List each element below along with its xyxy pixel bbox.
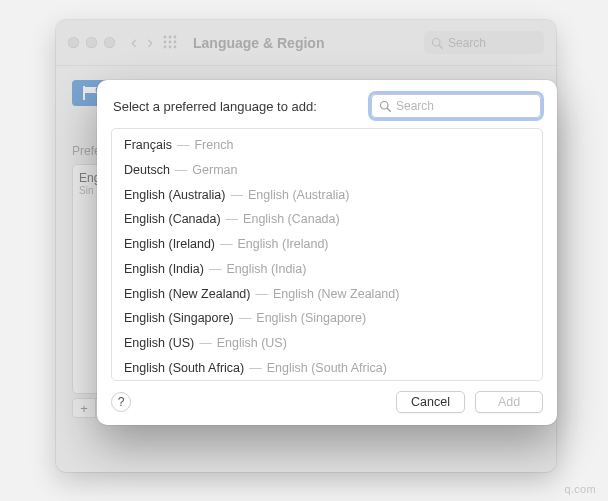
svg-point-0	[164, 35, 167, 38]
language-english: English (Canada)	[243, 212, 340, 226]
language-english: German	[192, 163, 237, 177]
cancel-button[interactable]: Cancel	[396, 391, 465, 413]
window-title: Language & Region	[193, 35, 324, 51]
language-native: English (India)	[124, 262, 204, 276]
svg-point-5	[174, 40, 177, 43]
search-icon	[431, 37, 443, 49]
search-icon	[379, 100, 391, 112]
language-row[interactable]: English (Australia)—English (Australia)	[112, 183, 542, 208]
language-list[interactable]: Français—FrenchDeutsch—GermanEnglish (Au…	[111, 128, 543, 381]
sheet-search[interactable]	[371, 94, 541, 118]
language-row[interactable]: English (US)—English (US)	[112, 331, 542, 356]
dash: —	[255, 287, 268, 301]
svg-point-3	[164, 40, 167, 43]
dash: —	[177, 138, 190, 152]
language-english: English (Singapore)	[256, 311, 366, 325]
window-controls	[68, 37, 115, 48]
language-native: English (South Africa)	[124, 361, 244, 375]
close-dot[interactable]	[68, 37, 79, 48]
add-language-sheet: Select a preferred language to add: Fran…	[97, 80, 557, 425]
watermark: q.com	[565, 483, 596, 495]
svg-point-7	[169, 45, 172, 48]
add-button[interactable]: Add	[475, 391, 543, 413]
language-english: English (Ireland)	[238, 237, 329, 251]
language-native: English (Australia)	[124, 188, 225, 202]
language-native: English (Ireland)	[124, 237, 215, 251]
svg-point-2	[174, 35, 177, 38]
nav-arrows: ‹ ›	[131, 32, 153, 53]
toolbar-search-placeholder: Search	[448, 36, 486, 50]
language-native: English (US)	[124, 336, 194, 350]
language-english: French	[194, 138, 233, 152]
back-icon[interactable]: ‹	[131, 32, 137, 53]
language-english: English (India)	[226, 262, 306, 276]
sheet-search-input[interactable]	[396, 99, 546, 113]
language-row[interactable]: English (South Africa)—English (South Af…	[112, 356, 542, 381]
dash: —	[230, 188, 243, 202]
svg-point-6	[164, 45, 167, 48]
language-english: English (Australia)	[248, 188, 349, 202]
forward-icon[interactable]: ›	[147, 32, 153, 53]
dash: —	[249, 361, 262, 375]
svg-rect-11	[83, 86, 85, 100]
sheet-prompt: Select a preferred language to add:	[113, 99, 359, 114]
svg-line-10	[439, 45, 442, 48]
add-language-button[interactable]: +	[72, 398, 96, 418]
zoom-dot[interactable]	[104, 37, 115, 48]
svg-point-4	[169, 40, 172, 43]
sheet-footer: ? Cancel Add	[97, 381, 557, 425]
svg-line-13	[387, 108, 390, 111]
language-row[interactable]: English (Canada)—English (Canada)	[112, 207, 542, 232]
language-native: English (Singapore)	[124, 311, 234, 325]
minimize-dot[interactable]	[86, 37, 97, 48]
language-native: English (New Zealand)	[124, 287, 250, 301]
language-row[interactable]: English (New Zealand)—English (New Zeala…	[112, 282, 542, 307]
dash: —	[175, 163, 188, 177]
dash: —	[220, 237, 233, 251]
toolbar-search[interactable]: Search	[424, 31, 544, 54]
language-english: English (South Africa)	[267, 361, 387, 375]
dash: —	[226, 212, 239, 226]
language-row[interactable]: English (Ireland)—English (Ireland)	[112, 232, 542, 257]
dash: —	[199, 336, 212, 350]
language-row[interactable]: English (Singapore)—English (Singapore)	[112, 306, 542, 331]
language-native: Deutsch	[124, 163, 170, 177]
language-row[interactable]: Deutsch—German	[112, 158, 542, 183]
svg-point-8	[174, 45, 177, 48]
titlebar: ‹ › Language & Region Search	[56, 20, 556, 66]
language-native: Français	[124, 138, 172, 152]
language-row[interactable]: English (India)—English (India)	[112, 257, 542, 282]
language-english: English (US)	[217, 336, 287, 350]
all-prefs-icon[interactable]	[163, 35, 179, 51]
sheet-header: Select a preferred language to add:	[97, 80, 557, 128]
language-row[interactable]: Français—French	[112, 133, 542, 158]
dash: —	[239, 311, 252, 325]
sheet-help-button[interactable]: ?	[111, 392, 131, 412]
dash: —	[209, 262, 222, 276]
language-english: English (New Zealand)	[273, 287, 399, 301]
svg-point-1	[169, 35, 172, 38]
language-native: English (Canada)	[124, 212, 221, 226]
